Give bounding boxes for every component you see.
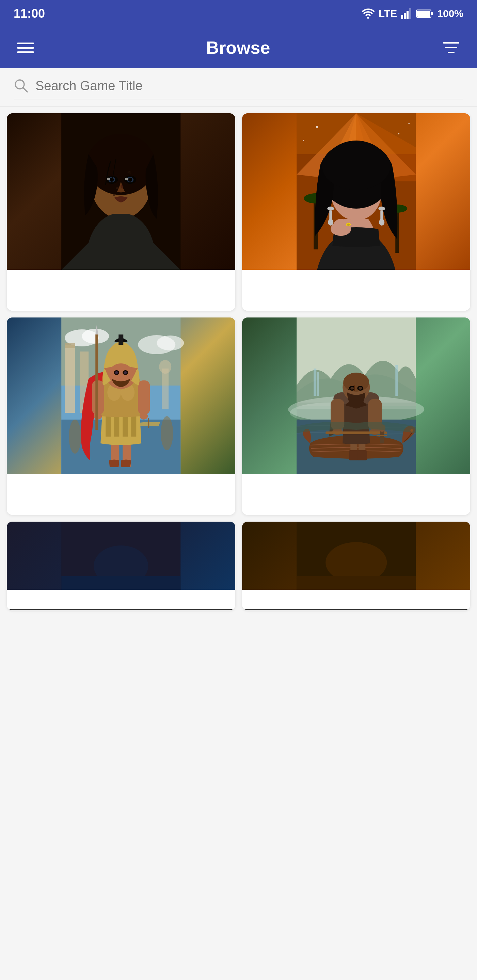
wifi-icon [362,8,375,19]
svg-rect-72 [65,343,75,348]
svg-point-58 [379,219,384,226]
svg-rect-132 [61,576,180,590]
svg-point-96 [124,371,127,374]
search-inner [14,78,463,99]
svg-rect-75 [148,418,149,428]
svg-point-89 [140,413,148,420]
game-image-2: Casino [242,113,471,270]
svg-point-122 [343,372,369,392]
svg-rect-99 [162,369,169,409]
status-bar: 11:00 LTE 100% [0,0,477,27]
svg-line-11 [23,88,27,92]
svg-rect-71 [65,345,75,413]
svg-rect-105 [395,365,398,396]
svg-point-53 [327,207,334,211]
svg-point-55 [328,219,333,226]
svg-rect-85 [138,380,150,414]
svg-rect-79 [114,416,119,437]
status-time: 11:00 [14,6,45,21]
game-art-5 [7,522,235,590]
svg-rect-78 [105,416,111,437]
svg-rect-3 [409,8,411,19]
game-art-3 [7,318,235,474]
svg-rect-5 [431,12,433,15]
game-art-1 [7,113,235,270]
game-grid: Casino [0,107,477,624]
game-card-1[interactable] [7,113,235,311]
lte-label: LTE [379,8,397,19]
svg-point-61 [408,123,410,124]
svg-rect-80 [123,416,128,437]
svg-rect-0 [401,15,403,19]
svg-point-70 [156,336,184,350]
game-image-6 [242,522,471,590]
svg-rect-113 [357,450,367,460]
search-icon [14,78,29,93]
svg-rect-1 [404,13,406,19]
svg-point-100 [159,360,171,374]
game-image-5 [7,522,235,590]
svg-point-56 [378,207,385,211]
game-card-footer-1 [7,270,235,311]
game-card-3[interactable] [7,318,235,515]
svg-point-60 [398,133,399,134]
svg-point-52 [322,142,390,190]
battery-icon [416,9,433,18]
filter-icon [442,40,460,55]
page-title: Browse [206,37,270,58]
game-card-6[interactable] [242,522,471,610]
search-container [0,68,477,107]
filter-button[interactable] [439,37,463,59]
game-art-2: Casino [242,113,471,270]
svg-point-59 [316,126,318,128]
status-icons: LTE 100% [362,8,463,19]
svg-rect-81 [131,416,136,437]
hamburger-menu-button[interactable] [14,39,37,56]
game-card-footer-2 [242,270,471,311]
svg-rect-2 [407,11,408,19]
svg-rect-87 [95,334,98,430]
svg-rect-6 [417,11,430,17]
game-card-5[interactable] [7,522,235,610]
game-card-footer-6 [242,590,471,610]
svg-rect-91 [118,334,123,345]
game-card-footer-5 [7,590,235,610]
svg-rect-135 [297,576,416,590]
svg-point-126 [359,387,362,390]
svg-rect-112 [349,450,359,460]
svg-rect-129 [376,435,387,436]
search-icon-wrap [14,78,29,93]
hamburger-line-3 [17,51,34,53]
svg-point-64 [346,223,350,226]
svg-point-62 [303,140,304,141]
game-card-4[interactable] [242,318,471,515]
signal-icon [401,8,412,19]
svg-point-98 [161,416,173,450]
svg-rect-120 [325,431,387,434]
svg-rect-104 [317,372,319,396]
svg-rect-103 [314,369,316,396]
game-card-footer-3 [7,474,235,515]
svg-point-97 [69,420,81,453]
game-card-footer-4 [242,474,471,515]
game-image-1 [7,113,235,270]
search-input[interactable] [35,79,463,93]
game-image-4 [242,318,471,474]
battery-percent: 100% [437,8,463,19]
svg-point-95 [115,371,118,374]
hamburger-line-2 [17,47,34,49]
game-card-2[interactable]: Casino [242,113,471,311]
app-bar: Browse [0,27,477,68]
svg-rect-30 [61,113,180,270]
game-art-6 [242,522,471,590]
game-image-3 [7,318,235,474]
game-art-4 [242,318,471,474]
hamburger-line-1 [17,43,34,44]
